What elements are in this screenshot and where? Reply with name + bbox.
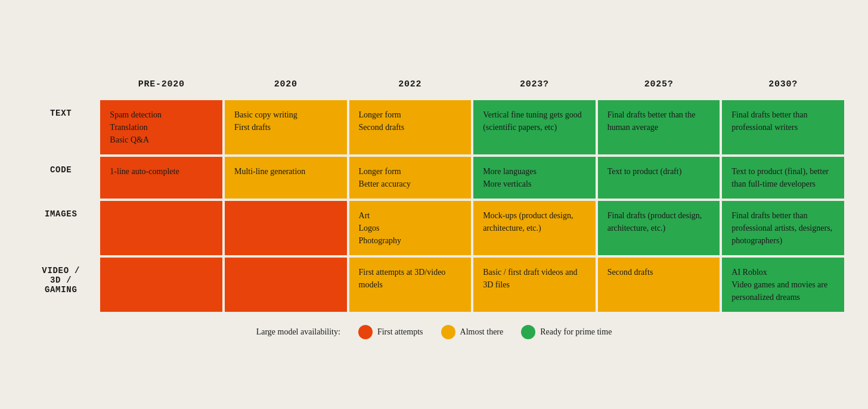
col1-header: 2020 [224,70,348,99]
cell-1-3: More languages More verticals [472,156,597,200]
cell-3-0 [99,256,224,313]
cell-2-4: Final drafts (product design, architectu… [597,200,721,256]
main-container: PRE-2020 2020 2022 2023? 2025? 2030? TEX… [23,70,845,339]
row-label-1: CODE [23,156,99,200]
table-row: VIDEO / 3D / GAMINGFirst attempts at 3D/… [23,256,845,313]
cell-2-0 [99,200,224,256]
cell-0-4: Final drafts better than the human avera… [597,99,721,156]
table-row: IMAGESArt Logos PhotographyMock-ups (pro… [23,200,845,256]
cell-0-3: Vertical fine tuning gets good (scientif… [472,99,597,156]
cell-3-4: Second drafts [597,256,721,313]
legend-item-orange: Almost there [441,325,504,339]
cell-1-4: Text to product (draft) [597,156,721,200]
cell-2-1 [224,200,348,256]
cell-0-0: Spam detection Translation Basic Q&A [99,99,224,156]
legend-label-orange: Almost there [460,327,504,337]
cell-3-5: AI Roblox Video games and movies are per… [721,256,845,313]
legend-dot-red [358,325,373,339]
label-col-header [23,70,99,99]
col3-header: 2023? [472,70,597,99]
cell-1-1: Multi-line generation [224,156,348,200]
cell-2-5: Final drafts better than professional ar… [721,200,845,256]
legend-item-red: First attempts [358,325,423,339]
row-label-3: VIDEO / 3D / GAMING [23,256,99,313]
col0-header: PRE-2020 [99,70,224,99]
cell-0-5: Final drafts better than professional wr… [721,99,845,156]
cell-2-2: Art Logos Photography [348,200,473,256]
cell-3-3: Basic / first draft videos and 3D files [472,256,597,313]
cell-1-0: 1-line auto-complete [99,156,224,200]
row-label-0: TEXT [23,99,99,156]
cell-0-2: Longer form Second drafts [348,99,473,156]
timeline-table: PRE-2020 2020 2022 2023? 2025? 2030? TEX… [23,70,845,313]
col2-header: 2022 [348,70,473,99]
legend: Large model availability: First attempts… [23,325,845,339]
cell-2-3: Mock-ups (product design, architecture, … [472,200,597,256]
col4-header: 2025? [597,70,721,99]
legend-label-red: First attempts [377,327,423,337]
legend-label-green: Ready for prime time [540,327,612,337]
cell-3-2: First attempts at 3D/video models [348,256,473,313]
legend-dot-green [521,325,535,339]
cell-1-5: Text to product (final), better than ful… [721,156,845,200]
cell-3-1 [224,256,348,313]
table-row: TEXTSpam detection Translation Basic Q&A… [23,99,845,156]
legend-item-green: Ready for prime time [521,325,612,339]
legend-dot-orange [441,325,455,339]
cell-1-2: Longer form Better accuracy [348,156,473,200]
row-label-2: IMAGES [23,200,99,256]
cell-0-1: Basic copy writing First drafts [224,99,348,156]
col5-header: 2030? [721,70,845,99]
legend-prefix: Large model availability: [256,327,340,337]
table-row: CODE1-line auto-completeMulti-line gener… [23,156,845,200]
